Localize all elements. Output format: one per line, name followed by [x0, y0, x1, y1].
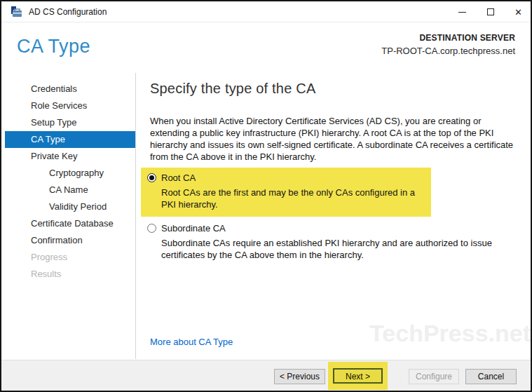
subordinate-ca-radio-row[interactable]: Subordinate CA	[147, 223, 524, 234]
destination-server-value: TP-ROOT-CA.corp.techpress.net	[381, 46, 515, 56]
root-ca-description: Root CAs are the first and may be the on…	[161, 187, 424, 210]
server-manager-icon	[11, 6, 22, 18]
root-ca-radio-row[interactable]: Root CA	[147, 173, 424, 183]
sidebar-item-progress: Progress	[5, 249, 135, 266]
next-button-highlight: Next >	[328, 362, 388, 390]
minimize-button[interactable]	[458, 8, 467, 17]
minimize-icon	[458, 12, 466, 13]
sidebar-item-setup-type[interactable]: Setup Type	[5, 114, 135, 131]
more-about-ca-type-link[interactable]: More about CA Type	[150, 337, 233, 347]
sidebar-item-cryptography[interactable]: Cryptography	[5, 165, 135, 182]
titlebar: AD CS Configuration ✕	[1, 1, 531, 22]
previous-button[interactable]: < Previous	[274, 369, 325, 384]
sidebar-item-ca-type[interactable]: CA Type	[5, 131, 135, 148]
sidebar-item-private-key[interactable]: Private Key	[5, 148, 135, 165]
sidebar-item-role-services[interactable]: Role Services	[5, 97, 135, 114]
next-button[interactable]: Next >	[333, 368, 383, 384]
intro-text: When you install Active Directory Certif…	[150, 115, 523, 163]
subordinate-ca-description: Subordinate CAs require an established P…	[161, 237, 524, 261]
techpress-watermark: TechPress.net	[369, 320, 531, 347]
adcs-configuration-window: AD CS Configuration ✕ CA Type DESTINATIO…	[0, 0, 532, 392]
window-controls: ✕	[458, 1, 523, 22]
wizard-steps-sidebar: Credentials Role Services Setup Type CA …	[1, 73, 136, 359]
maximize-button[interactable]	[486, 8, 495, 17]
root-ca-label: Root CA	[161, 173, 196, 183]
wizard-header: CA Type DESTINATION SERVER TP-ROOT-CA.co…	[1, 23, 531, 73]
destination-server-label: DESTINATION SERVER	[381, 33, 515, 43]
sidebar-item-credentials[interactable]: Credentials	[5, 81, 135, 97]
sidebar-item-ca-name[interactable]: CA Name	[5, 182, 135, 198]
sidebar-item-validity-period[interactable]: Validity Period	[5, 198, 135, 215]
close-icon: ✕	[514, 8, 522, 17]
sidebar-item-results: Results	[5, 266, 135, 283]
subordinate-ca-label: Subordinate CA	[161, 223, 226, 234]
wizard-content: TechPress.net Specify the type of the CA…	[137, 73, 531, 359]
page-title: CA Type	[17, 36, 90, 58]
subordinate-ca-radio[interactable]	[147, 224, 156, 233]
configure-button: Configure	[409, 369, 459, 384]
window-title: AD CS Configuration	[29, 7, 107, 17]
sidebar-item-confirmation[interactable]: Confirmation	[5, 232, 135, 249]
subordinate-ca-option-block: Subordinate CA Subordinate CAs require a…	[141, 218, 531, 267]
sidebar-item-certificate-database[interactable]: Certificate Database	[5, 215, 135, 232]
content-heading: Specify the type of the CA	[150, 81, 531, 97]
destination-block: DESTINATION SERVER TP-ROOT-CA.corp.techp…	[381, 33, 515, 56]
cancel-button[interactable]: Cancel	[465, 369, 517, 384]
root-ca-option-block: Root CA Root CAs are the first and may b…	[141, 168, 431, 217]
maximize-icon	[487, 8, 494, 15]
root-ca-radio[interactable]	[147, 173, 156, 182]
close-button[interactable]: ✕	[514, 8, 523, 17]
wizard-footer: < Previous Next > Configure Cancel	[1, 360, 531, 391]
